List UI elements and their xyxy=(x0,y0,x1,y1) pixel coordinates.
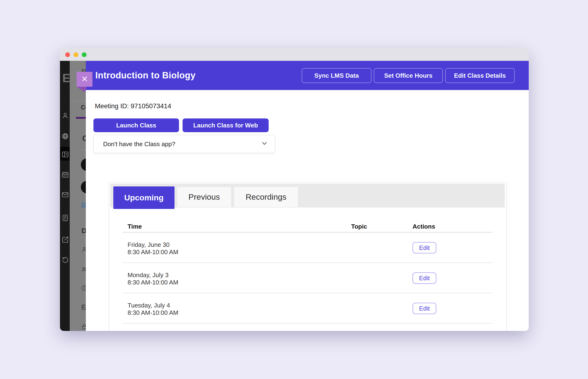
dropdown-label: Don't have the Class app? xyxy=(103,141,175,148)
launch-class-for-web-button[interactable]: Launch Class for Web xyxy=(183,118,269,132)
app-logo: E xyxy=(62,71,70,85)
column-header-time: Time xyxy=(128,220,142,233)
meeting-id-text: Meeting ID: 97105073414 xyxy=(95,102,171,110)
header-actions: Sync LMS Data Set Office Hours Edit Clas… xyxy=(302,68,515,83)
table-row: Tuesday, July 4 8:30 AM-10:00 AM Edit xyxy=(123,293,492,324)
history-icon xyxy=(61,256,69,264)
sessions-tab-bar: Upcoming Previous Recordings xyxy=(110,184,505,207)
session-date: Tuesday, July 4 xyxy=(128,302,178,309)
sessions-table: Time Topic Actions Friday, June 30 8:30 … xyxy=(123,220,492,324)
globe-icon xyxy=(61,132,69,140)
sessions-card: Upcoming Previous Recordings Time Topic … xyxy=(109,182,506,331)
lock-icon xyxy=(81,323,86,330)
table-row: Monday, July 3 8:30 AM-10:00 AM Edit xyxy=(123,263,492,293)
column-header-topic: Topic xyxy=(351,220,367,233)
session-hours: 8:30 AM-10:00 AM xyxy=(128,309,178,316)
modal-content: Meeting ID: 97105073414 Launch Class Lau… xyxy=(86,90,529,331)
session-hours: 8:30 AM-10:00 AM xyxy=(128,249,178,256)
app-nav-rail: E xyxy=(60,61,70,331)
session-time: Tuesday, July 4 8:30 AM-10:00 AM xyxy=(128,302,178,316)
tab-previous[interactable]: Previous xyxy=(177,187,231,207)
modal-header: Introduction to Biology Sync LMS Data Se… xyxy=(86,61,529,90)
table-row: Friday, June 30 8:30 AM-10:00 AM Edit xyxy=(123,233,492,263)
close-window-button[interactable] xyxy=(65,52,70,57)
edit-session-button[interactable]: Edit xyxy=(413,303,436,314)
divider xyxy=(80,237,86,237)
person-icon xyxy=(81,246,86,253)
tab-recordings[interactable]: Recordings xyxy=(234,187,298,207)
session-date: Monday, July 3 xyxy=(128,271,178,279)
sync-lms-data-button[interactable]: Sync LMS Data xyxy=(302,68,371,83)
edit-session-button[interactable]: Edit xyxy=(413,242,436,253)
close-icon xyxy=(81,76,88,83)
column-header-actions: Actions xyxy=(413,220,435,233)
clipped-heading-c: C xyxy=(82,134,86,143)
image-icon xyxy=(81,304,86,311)
avatar xyxy=(81,158,86,171)
app-window: E In Co C xyxy=(60,48,529,331)
class-app-dropdown[interactable]: Don't have the Class app? xyxy=(93,135,275,153)
session-hours: 8:30 AM-10:00 AM xyxy=(128,279,178,286)
edit-session-button[interactable]: Edit xyxy=(413,272,436,284)
mail-icon xyxy=(61,191,69,199)
launch-class-button[interactable]: Launch Class xyxy=(93,118,179,132)
divider xyxy=(70,101,86,101)
session-time: Monday, July 3 8:30 AM-10:00 AM xyxy=(128,271,178,286)
table-header-row: Time Topic Actions xyxy=(123,220,492,233)
close-modal-button[interactable] xyxy=(77,72,92,87)
zoom-window-button[interactable] xyxy=(82,52,86,57)
document-icon xyxy=(61,214,69,222)
window-titlebar xyxy=(60,48,529,61)
window-body: E In Co C xyxy=(60,61,529,331)
session-date: Friday, June 30 xyxy=(128,241,178,249)
class-title: Introduction to Biology xyxy=(95,61,196,90)
share-icon xyxy=(61,236,69,243)
people-icon xyxy=(81,266,86,273)
dimmed-app-panel: In Co C Sh D xyxy=(70,61,86,331)
calendar-icon xyxy=(61,171,69,178)
session-time: Friday, June 30 8:30 AM-10:00 AM xyxy=(128,241,178,256)
layout-icon xyxy=(61,151,69,158)
divider xyxy=(80,149,86,150)
minimize-window-button[interactable] xyxy=(73,52,78,57)
clipped-link-sh: Sh xyxy=(81,201,86,208)
edit-class-details-button[interactable]: Edit Class Details xyxy=(445,68,515,83)
avatar xyxy=(81,181,86,193)
chevron-down-icon xyxy=(261,140,268,149)
tab-upcoming[interactable]: Upcoming xyxy=(113,186,174,209)
active-tab-underline xyxy=(76,117,86,119)
clock-icon xyxy=(81,285,86,291)
clipped-tab-co: Co xyxy=(81,104,86,111)
set-office-hours-button[interactable]: Set Office Hours xyxy=(374,68,443,83)
person-icon xyxy=(61,112,69,119)
clipped-heading-d: D xyxy=(82,227,86,235)
